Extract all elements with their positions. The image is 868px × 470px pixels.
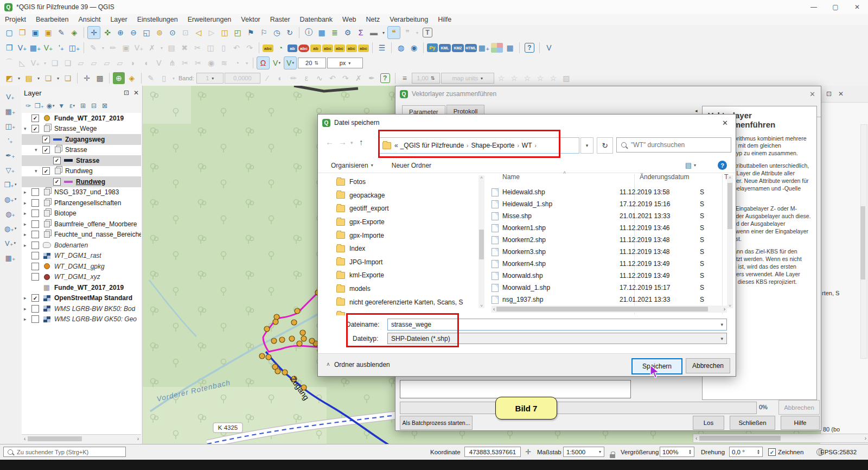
column-name[interactable]: Name: [502, 173, 520, 181]
add-virtual-layer-icon[interactable]: V₊: [4, 238, 17, 249]
layer-item[interactable]: ▸ NSG_1937_und_1983: [22, 187, 141, 198]
menu-item[interactable]: Raster: [265, 16, 295, 23]
zoom-in-icon[interactable]: ⊕: [114, 27, 126, 39]
measure-dropdown-icon[interactable]: ▾: [381, 27, 386, 39]
layer-item[interactable]: ▸ Biotope: [22, 208, 141, 219]
add-spatialite-icon[interactable]: ✒₊: [4, 150, 17, 161]
zoom-out-icon[interactable]: ⊖: [127, 27, 139, 39]
layer-item[interactable]: Funde_WT_2017_2019: [22, 282, 141, 293]
file-row[interactable]: Heidewald_1.shp 17.12.2019 15:16 S: [492, 198, 727, 210]
add-feature-icon[interactable]: V₊: [29, 57, 41, 69]
layer-item[interactable]: Funde_WT_2017_2019: [22, 113, 141, 124]
attribute-table-icon[interactable]: ▦: [316, 27, 328, 39]
add-delimited-text-icon[interactable]: ’₊: [4, 135, 17, 146]
shape-star-icon[interactable]: ☆: [547, 72, 559, 84]
layer-checkbox[interactable]: [31, 273, 39, 281]
magnifier-field[interactable]: 100%: [660, 447, 694, 457]
rotation-field[interactable]: 0,0 °: [729, 447, 763, 457]
expander-icon[interactable]: ▸: [24, 200, 31, 206]
raster-add-icon[interactable]: ▦₊: [478, 42, 490, 54]
layer-item[interactable]: ▸ WMS LGRB-BW GK50: Geo: [22, 314, 141, 325]
show-hidden-labels-icon[interactable]: abc: [322, 45, 333, 52]
deselect-dropdown-icon[interactable]: ▾: [55, 72, 61, 84]
menu-item[interactable]: Layer: [105, 16, 132, 23]
dialog-title-bar[interactable]: Q Datei speichern ✕: [318, 115, 736, 131]
filter-legend-icon[interactable]: ▼: [57, 101, 66, 110]
layer-checkbox[interactable]: [31, 294, 39, 302]
add-delimited-text-icon[interactable]: ’₊: [55, 42, 67, 54]
vertex-tool-icon[interactable]: V: [543, 42, 555, 54]
expander-icon[interactable]: ▸: [24, 211, 31, 216]
expander-icon[interactable]: ▾: [35, 147, 42, 153]
digitize-icon[interactable]: V₊: [133, 42, 145, 54]
raster-dropdown-icon[interactable]: ▾: [171, 72, 176, 84]
layer-item[interactable]: WT_DGM1_xyz: [22, 272, 141, 283]
feedback-textbox[interactable]: [400, 380, 631, 398]
folder-item[interactable]: Fotos: [322, 175, 477, 189]
layer-item[interactable]: ▸ Baumfreie_offene_Moorbere: [22, 219, 141, 230]
remove-layer-icon[interactable]: ⊠: [100, 101, 109, 110]
shape-fill-icon[interactable]: ▨: [560, 72, 572, 84]
label-single-icon[interactable]: ab: [288, 45, 297, 52]
project-properties-icon[interactable]: ✎: [55, 27, 67, 39]
file-row[interactable]: nsg_1937.shp 21.01.2021 13:33 S: [492, 294, 727, 304]
label-highlight-icon[interactable]: abc: [298, 45, 309, 52]
map-theme-icon[interactable]: ◈: [126, 72, 138, 84]
layer-checkbox[interactable]: [31, 199, 39, 207]
toolbar-icon[interactable]: [77, 73, 78, 84]
data-table-icon[interactable]: ▦: [504, 42, 516, 54]
add-mesh-layer-icon[interactable]: ◫₊: [4, 120, 17, 131]
toolbar-icon[interactable]: [299, 27, 299, 38]
change-label-icon[interactable]: abc: [358, 45, 369, 52]
raster-pencil-icon[interactable]: ✏: [288, 72, 299, 84]
expander-icon[interactable]: ▸: [24, 221, 31, 227]
trim-extend-icon[interactable]: ≋: [218, 57, 230, 69]
toolbar-icon[interactable]: [539, 42, 540, 53]
offset-curve-icon[interactable]: ✂: [192, 57, 204, 69]
db-manager-icon[interactable]: ☰: [376, 42, 388, 54]
add-ring-icon[interactable]: ▱: [101, 57, 113, 69]
layer-checkbox[interactable]: [31, 188, 39, 196]
layer-item[interactable]: ▸ Bodenarten: [22, 240, 141, 251]
zoom-native-icon[interactable]: ⊡: [180, 27, 192, 39]
simplify-feature-icon[interactable]: ▱: [88, 57, 100, 69]
current-edits-dropdown-icon[interactable]: ▾: [100, 42, 106, 54]
cancel-button[interactable]: Abbrechen: [778, 400, 820, 415]
tracing-settings-icon[interactable]: ≡: [399, 72, 411, 84]
spinner-icon[interactable]: [688, 449, 692, 455]
scroll-left-icon[interactable]: ‹: [22, 436, 28, 442]
file-row[interactable]: Moorkern2.shp 11.12.2019 13:48 S: [492, 234, 727, 246]
add-part-icon[interactable]: ▱: [114, 57, 126, 69]
scroll-right-icon[interactable]: ›: [863, 435, 868, 441]
metasearch-icon[interactable]: ◍: [395, 42, 407, 54]
expand-all-icon[interactable]: ⊞: [79, 101, 87, 110]
add-wcs-icon[interactable]: ◍₊: [4, 223, 17, 234]
delete-selected-icon[interactable]: ✗: [146, 42, 158, 54]
add-vector-layer-icon[interactable]: V₊: [4, 91, 17, 102]
toolbar-icon[interactable]: [372, 42, 373, 53]
trace-units-combo[interactable]: map units: [441, 73, 494, 84]
move-label-icon[interactable]: abc: [334, 45, 345, 52]
run-button[interactable]: Los: [693, 416, 724, 430]
select-by-location-icon[interactable]: ❏: [62, 72, 74, 84]
add-table-icon[interactable]: ▦₊: [4, 252, 17, 263]
layer-checkbox[interactable]: [31, 315, 39, 323]
raster-curve-icon[interactable]: ∿: [314, 72, 326, 84]
html-image-export-icon[interactable]: HTML: [465, 44, 477, 52]
undo-icon[interactable]: ↶: [231, 42, 242, 54]
close-button[interactable]: ✕: [846, 1, 868, 14]
crs-indicator[interactable]: EPSG:25832: [820, 449, 857, 455]
gps-tracking-icon[interactable]: ▩: [94, 72, 106, 84]
python-console-icon[interactable]: Py: [427, 43, 438, 52]
chevron-down-icon[interactable]: ▾: [720, 322, 723, 327]
scroll-thumb[interactable]: [699, 436, 781, 441]
trace-offset-field[interactable]: 1,00: [412, 73, 440, 84]
extents-toggle-icon[interactable]: ✛: [525, 448, 531, 456]
layer-labeling-icon[interactable]: abc: [263, 45, 273, 52]
refresh-icon[interactable]: ↻: [597, 137, 613, 154]
toolbar-icon[interactable]: [391, 42, 392, 53]
layer-checkbox[interactable]: [31, 115, 39, 122]
file-row[interactable]: Misse.shp 21.01.2021 13:33 S: [492, 210, 727, 222]
hide-folders-button[interactable]: Ordner ausblenden: [334, 361, 390, 369]
raster-value-field[interactable]: 0,0000: [225, 73, 260, 84]
